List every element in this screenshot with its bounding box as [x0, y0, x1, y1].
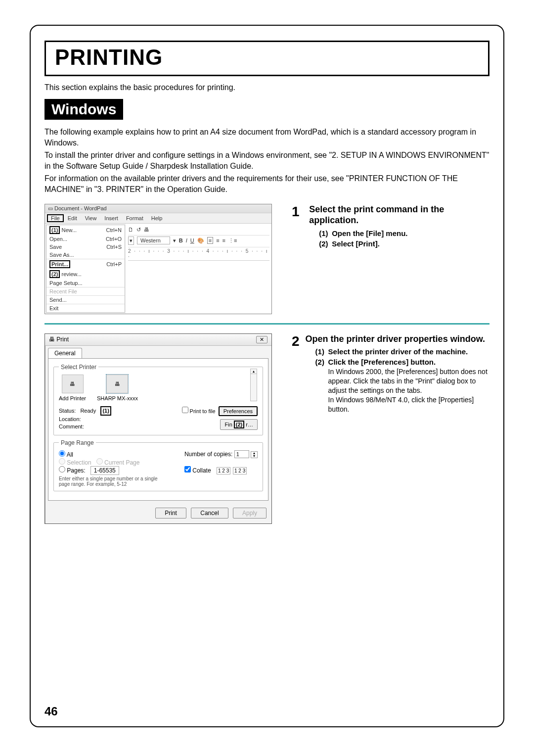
close-button[interactable]: ✕: [256, 336, 267, 343]
step-2-note2: In Windows 98/Me/NT 4.0, click the [Prop…: [328, 395, 490, 414]
wordpad-window: ▭ Document - WordPad File Edit View Inse…: [44, 204, 272, 314]
dialog-callout-2: (2): [234, 421, 244, 428]
find-printer-button[interactable]: Fin (2) r…: [220, 419, 258, 430]
radio-all[interactable]: [59, 450, 65, 457]
step-1-sub2-n: (2): [319, 239, 332, 248]
page-title: PRINTING: [55, 45, 479, 70]
menu-save[interactable]: Save: [46, 243, 96, 251]
font-dropdown-arrow[interactable]: ▾: [128, 236, 134, 245]
step-2-sub1: Select the printer driver of the machine…: [328, 347, 468, 356]
print-dialog-icon: 🖶: [49, 336, 55, 343]
wordpad-toolbar: 🗋 ↺ 🖶: [128, 226, 269, 236]
menu-help[interactable]: Help: [147, 214, 167, 222]
menu-send[interactable]: Send...: [46, 295, 96, 304]
intro-text: This section explains the basic procedur…: [44, 83, 490, 92]
step-2-sub2-n: (2): [315, 358, 328, 366]
print-to-file-label: Print to file: [190, 408, 216, 414]
font-dd2[interactable]: ▾: [173, 237, 176, 244]
align-center-icon[interactable]: ≡: [216, 237, 219, 243]
page-number: 46: [44, 705, 58, 718]
wordpad-title-text: Document - WordPad: [54, 205, 107, 211]
bullets-icon[interactable]: ⋮≡: [228, 237, 237, 244]
radio-selection: [59, 458, 65, 465]
location-label: Location:: [59, 416, 111, 423]
pages-input[interactable]: 1-65535: [90, 466, 119, 475]
radio-pages-label: Pages:: [67, 467, 85, 474]
paragraph-2: To install the printer driver and config…: [44, 150, 490, 171]
menu-save-as[interactable]: Save As...: [46, 251, 96, 259]
menu-page-setup[interactable]: Page Setup...: [46, 279, 96, 287]
copies-input[interactable]: 1: [234, 450, 249, 458]
step-1-title: Select the print command in the applicat…: [309, 204, 490, 226]
font-name-box[interactable]: Western: [137, 236, 170, 244]
menu-recent: Recent File: [46, 287, 96, 295]
printer-scrollbar[interactable]: ▴: [250, 369, 257, 401]
menu-file[interactable]: File: [47, 214, 64, 222]
accel-new: Ctrl+N: [96, 225, 125, 235]
toolbar-icon-a[interactable]: 🗋: [128, 227, 134, 233]
print-dialog: 🖶 Print ✕ General Select Printer 🖶 Add P…: [44, 333, 272, 524]
copies-spinner[interactable]: ▴▾: [251, 451, 258, 458]
menu-edit[interactable]: Edit: [64, 214, 81, 222]
toolbar-icon-b[interactable]: ↺: [136, 227, 141, 233]
align-left-icon[interactable]: ≡: [207, 237, 213, 244]
step-1-sub2: Select [Print].: [332, 239, 380, 248]
print-dialog-title: Print: [56, 336, 69, 343]
printer-add[interactable]: 🖶 Add Printer: [59, 375, 86, 401]
accel-print: Ctrl+P: [96, 259, 125, 269]
collate-checkbox[interactable]: [184, 466, 191, 472]
select-printer-group: Select Printer 🖶 Add Printer 🖶 SHARP MX-…: [53, 364, 263, 435]
tab-general[interactable]: General: [48, 348, 82, 358]
menu-print-box[interactable]: Print...: [49, 260, 70, 268]
sharp-printer-icon: 🖶: [106, 375, 128, 393]
wordpad-canvas: 🗋 ↺ 🖶 ▾ Western ▾ B I U 🎨 ≡: [126, 224, 271, 314]
apply-button: Apply: [233, 508, 267, 519]
section-divider: [44, 323, 490, 325]
find-label: Fin: [224, 422, 232, 427]
comment-label: Comment:: [59, 423, 111, 430]
radio-pages[interactable]: [59, 466, 65, 472]
title-box: PRINTING: [44, 41, 490, 76]
menu-new[interactable]: New...: [62, 227, 77, 233]
toolbar-icon-c[interactable]: 🖶: [144, 227, 149, 233]
printer-sharp[interactable]: 🖶 SHARP MX-xxxx: [97, 375, 138, 401]
align-right-icon[interactable]: ≡: [222, 237, 225, 243]
step-1-sub1: Open the [File] menu.: [332, 229, 407, 237]
collate-icons: 1 2 3 1 2 3: [216, 467, 247, 474]
menu-format[interactable]: Format: [122, 214, 147, 222]
menu-open[interactable]: Open...: [46, 235, 96, 243]
status-value: Ready: [80, 408, 96, 414]
print-button[interactable]: Print: [155, 508, 186, 519]
find-ellipsis: r…: [246, 422, 253, 427]
menu-print-preview[interactable]: review...: [62, 271, 82, 277]
step-2-number: 2: [292, 333, 300, 414]
step-1-sub1-n: (1): [319, 229, 332, 237]
print-to-file-checkbox[interactable]: [182, 407, 188, 413]
step-2-sub1-n: (1): [315, 347, 328, 356]
printer-add-label: Add Printer: [59, 395, 86, 401]
status-label: Status:: [59, 408, 76, 414]
cancel-button[interactable]: Cancel: [191, 508, 228, 519]
wordpad-doc-icon: ▭: [48, 205, 53, 211]
color-icon[interactable]: 🎨: [197, 237, 204, 244]
radio-selection-label: Selection: [67, 459, 91, 466]
windows-heading: Windows: [44, 99, 123, 120]
wordpad-title: ▭ Document - WordPad: [45, 204, 271, 213]
paragraph-1: The following example explains how to pr…: [44, 127, 490, 148]
bold-icon[interactable]: B: [179, 237, 183, 243]
accel-save: Ctrl+S: [96, 243, 125, 251]
menu-view[interactable]: View: [81, 214, 101, 222]
underline-icon[interactable]: U: [190, 237, 194, 243]
preferences-button[interactable]: Preferences: [219, 406, 258, 416]
menu-exit[interactable]: Exit: [46, 304, 96, 312]
step-1: 1 Select the print command in the applic…: [292, 204, 490, 249]
dialog-callout-1: (1): [100, 406, 111, 416]
step-1-number: 1: [292, 204, 303, 249]
callout-2: (2): [49, 270, 60, 278]
paragraph-3: For information on the available printer…: [44, 173, 490, 194]
ruler: 2 · · · ı · · · 3 · · · ı · · · 4 · · · …: [128, 247, 269, 261]
radio-all-label: All: [67, 451, 73, 458]
menu-insert[interactable]: Insert: [100, 214, 122, 222]
file-menu-dropdown: (1) New... Ctrl+N Open... Ctrl+O Save Ct…: [46, 225, 125, 313]
italic-icon[interactable]: I: [186, 237, 187, 243]
